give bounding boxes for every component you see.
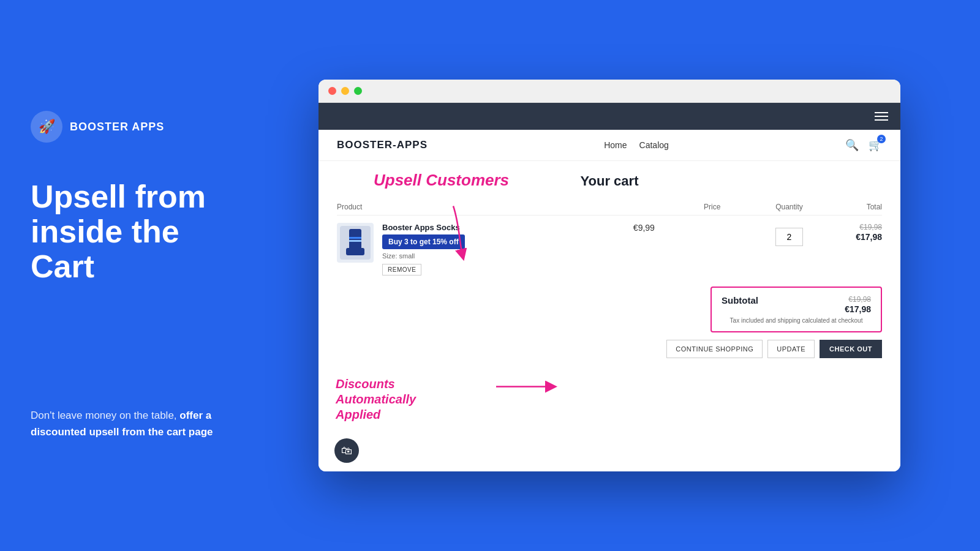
update-button[interactable]: UPDATE	[767, 340, 815, 358]
svg-rect-1	[349, 229, 361, 250]
cart-row: Booster Apps Socks Buy 3 to get 15% off …	[337, 216, 882, 283]
cart-content: Upsell Customers Your cart Product Price…	[318, 161, 900, 471]
product-size: Size: small	[382, 252, 465, 260]
col-total: Total	[821, 199, 882, 216]
logo-icon: 🚀	[31, 111, 62, 143]
store-header: BOOSTER-APPS Home Catalog 🔍 🛒 2	[318, 130, 900, 161]
col-quantity: Quantity	[757, 199, 821, 216]
sock-svg	[340, 226, 371, 260]
upsell-annotation-label: Upsell Customers	[374, 171, 509, 189]
search-icon[interactable]: 🔍	[845, 138, 859, 152]
remove-button[interactable]: REMOVE	[382, 264, 421, 276]
svg-rect-3	[349, 237, 361, 239]
continue-shopping-button[interactable]: CONTINUE SHOPPING	[666, 340, 763, 358]
product-info: Booster Apps Socks Buy 3 to get 15% off …	[374, 223, 465, 276]
subtotal-label: Subtotal	[722, 295, 758, 305]
svg-rect-2	[346, 248, 364, 255]
left-panel: 🚀 BOOSTER APPS Upsell from inside the Ca…	[0, 74, 257, 477]
col-price: Price	[633, 199, 758, 216]
subtext-plain: Don't leave money on the table,	[31, 410, 179, 421]
store-logo-text: BOOSTER-APPS	[337, 139, 428, 151]
brand-name: BOOSTER APPS	[70, 121, 164, 133]
discounts-annotation: DiscountsAutomaticallyApplied	[336, 377, 416, 422]
browser-container: BOOSTER-APPS Home Catalog 🔍 🛒 2 Upsell C…	[257, 61, 980, 490]
window-maximize-dot[interactable]	[354, 87, 362, 95]
upsell-banner[interactable]: Buy 3 to get 15% off	[382, 234, 465, 249]
store-nav: Home Catalog	[604, 140, 669, 150]
browser-chrome	[318, 80, 900, 103]
store-nav-bar	[318, 103, 900, 130]
logo-area: 🚀 BOOSTER APPS	[31, 111, 227, 143]
cart-table: Product Price Quantity Total	[337, 199, 882, 283]
checkout-button[interactable]: CHECK OUT	[820, 340, 882, 358]
subtotal-prices: €19,98 €17,98	[845, 295, 871, 315]
store-actions: 🔍 🛒 2	[845, 138, 882, 152]
hamburger-menu[interactable]	[875, 112, 888, 121]
quantity-input[interactable]	[775, 228, 803, 246]
svg-rect-4	[349, 240, 361, 242]
cart-actions: CONTINUE SHOPPING UPDATE CHECK OUT	[337, 340, 882, 358]
browser-window: BOOSTER-APPS Home Catalog 🔍 🛒 2 Upsell C…	[318, 80, 900, 471]
product-name: Booster Apps Socks	[382, 223, 465, 232]
subtotal-note: Tax included and shipping calculated at …	[722, 317, 871, 324]
annotation-upsell: Upsell Customers	[374, 171, 509, 190]
nav-home[interactable]: Home	[604, 140, 627, 150]
window-close-dot[interactable]	[328, 87, 336, 95]
subtotal-final: €17,98	[845, 304, 871, 314]
product-total: €19,98 €17,98	[821, 216, 882, 283]
cart-icon[interactable]: 🛒 2	[869, 138, 882, 152]
final-price: €17,98	[856, 232, 882, 242]
subtotal-row: Subtotal €19,98 €17,98	[722, 295, 871, 315]
headline: Upsell from inside the Cart	[31, 179, 227, 285]
col-product: Product	[337, 199, 633, 216]
nav-catalog[interactable]: Catalog	[639, 140, 669, 150]
subtext: Don't leave money on the table, offer a …	[31, 407, 227, 440]
product-price: €9,99	[633, 216, 758, 283]
subtotal-original: €19,98	[845, 295, 871, 304]
shopify-badge: 🛍	[334, 438, 359, 463]
original-price: €19,98	[821, 223, 882, 231]
cart-badge: 2	[877, 135, 886, 143]
subtotal-section: Subtotal €19,98 €17,98 Tax included and …	[710, 287, 882, 332]
window-minimize-dot[interactable]	[341, 87, 349, 95]
discounts-annotation-label: DiscountsAutomaticallyApplied	[336, 377, 416, 422]
product-thumbnail	[337, 223, 374, 263]
